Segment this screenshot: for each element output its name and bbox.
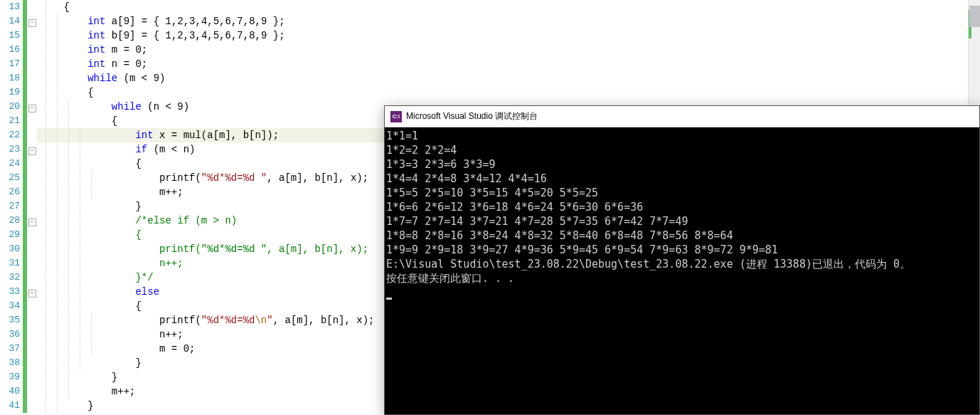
indent-guide <box>46 57 46 71</box>
console-titlebar[interactable]: C:\ Microsoft Visual Studio 调试控制台 <box>385 106 979 127</box>
code-line[interactable]: { <box>37 0 980 14</box>
indent-guide <box>46 0 46 14</box>
code-line[interactable]: int n = 0; <box>37 57 980 71</box>
indent-guide <box>57 285 58 299</box>
fold-cell[interactable] <box>27 370 37 384</box>
indent-guide <box>80 356 80 370</box>
code-line[interactable]: int b[9] = { 1,2,3,4,5,6,7,8,9 }; <box>37 28 980 43</box>
code-token: int <box>87 58 105 70</box>
fold-cell[interactable] <box>27 313 37 327</box>
console-line: 1*3=3 2*3=6 3*3=9 <box>386 157 978 172</box>
fold-column[interactable]: −−−−− <box>27 0 37 415</box>
code-token: 1 <box>165 30 171 41</box>
code-token: } <box>112 372 117 383</box>
indent-guide <box>57 71 58 85</box>
line-number: 26 <box>0 185 20 199</box>
code-token: printf("%d*%d=%d ", a[m], b[n], x); <box>135 243 368 255</box>
fold-cell[interactable] <box>27 57 37 71</box>
code-token: { <box>135 158 141 169</box>
console-line: 1*7=7 2*7=14 3*7=21 4*7=28 5*7=35 6*7=42… <box>386 214 978 228</box>
fold-cell[interactable] <box>27 342 37 356</box>
indent-guide <box>57 43 58 57</box>
fold-cell[interactable]: − <box>27 100 37 114</box>
indent-guide <box>68 228 69 242</box>
console-title: Microsoft Visual Studio 调试控制台 <box>406 110 538 122</box>
code-token: "%d*%d=%d " <box>201 172 267 184</box>
indent-guide <box>46 256 46 270</box>
fold-cell[interactable] <box>27 384 37 399</box>
fold-cell[interactable] <box>27 71 37 85</box>
code-token: int <box>87 16 105 27</box>
fold-cell[interactable] <box>27 185 37 199</box>
code-token: , <box>207 30 213 41</box>
code-token: n++; <box>159 329 183 340</box>
fold-cell[interactable]: − <box>27 14 37 28</box>
code-token: 0 <box>135 58 141 70</box>
indent-guide <box>46 43 46 57</box>
fold-cell[interactable] <box>27 327 37 342</box>
fold-cell[interactable] <box>27 256 37 270</box>
fold-cell[interactable] <box>27 242 37 256</box>
fold-cell[interactable] <box>27 270 37 285</box>
fold-toggle-icon[interactable]: − <box>28 147 36 155</box>
fold-cell[interactable]: − <box>27 285 37 299</box>
code-token: m = <box>159 343 183 354</box>
fold-cell[interactable] <box>27 299 37 313</box>
fold-toggle-icon[interactable]: − <box>28 19 36 27</box>
code-token: }; <box>267 16 284 27</box>
line-number: 38 <box>0 356 20 370</box>
code-token: if <box>135 144 147 155</box>
fold-cell[interactable] <box>27 43 37 57</box>
fold-cell[interactable] <box>27 28 37 43</box>
line-number: 29 <box>0 228 20 242</box>
code-line[interactable]: { <box>37 85 980 100</box>
line-number: 40 <box>0 384 20 399</box>
scrollbar-thumb[interactable] <box>969 6 980 27</box>
code-token: 9 <box>154 73 159 84</box>
code-token: ] = { <box>129 16 165 27</box>
debug-console-window[interactable]: C:\ Microsoft Visual Studio 调试控制台 1*1=11… <box>384 105 980 415</box>
indent-guide <box>57 327 58 342</box>
indent-guide <box>68 256 69 270</box>
indent-guide <box>57 384 58 399</box>
fold-cell[interactable] <box>27 356 37 370</box>
fold-toggle-icon[interactable]: − <box>28 105 36 112</box>
indent-guide <box>57 270 58 285</box>
indent-guide <box>57 313 58 327</box>
line-number: 23 <box>0 142 20 157</box>
console-line: 1*2=2 2*2=4 <box>386 143 978 157</box>
indent-guide <box>91 313 92 327</box>
indent-guide <box>46 270 46 285</box>
fold-toggle-icon[interactable]: − <box>28 219 36 226</box>
indent-guide <box>68 356 69 370</box>
fold-cell[interactable] <box>27 171 37 185</box>
fold-cell[interactable] <box>27 199 37 214</box>
indent-guide <box>57 228 58 242</box>
fold-cell[interactable] <box>27 128 37 142</box>
fold-cell[interactable] <box>27 157 37 171</box>
fold-cell[interactable] <box>27 0 37 14</box>
fold-cell[interactable] <box>27 114 37 128</box>
indent-guide <box>57 356 58 370</box>
indent-guide <box>80 199 80 214</box>
indent-guide <box>91 342 92 356</box>
fold-cell[interactable] <box>27 399 37 413</box>
fold-cell[interactable] <box>27 85 37 100</box>
code-token: ; <box>142 58 147 70</box>
fold-cell[interactable]: − <box>27 142 37 157</box>
code-line[interactable]: int a[9] = { 1,2,3,4,5,6,7,8,9 }; <box>37 14 980 28</box>
code-token: 9 <box>124 30 129 41</box>
line-number: 15 <box>0 28 20 43</box>
fold-cell[interactable]: − <box>27 214 37 228</box>
fold-toggle-icon[interactable]: − <box>28 290 36 298</box>
indent-guide <box>80 228 80 242</box>
console-cursor <box>386 298 392 300</box>
indent-guide <box>57 85 58 100</box>
code-line[interactable]: int m = 0; <box>37 43 980 57</box>
indent-guide <box>80 256 80 270</box>
fold-cell[interactable] <box>27 228 37 242</box>
code-token: 3 <box>189 30 195 41</box>
indent-guide <box>57 256 58 270</box>
code-line[interactable]: while (m < 9) <box>37 71 980 85</box>
code-token: 6 <box>225 16 231 27</box>
